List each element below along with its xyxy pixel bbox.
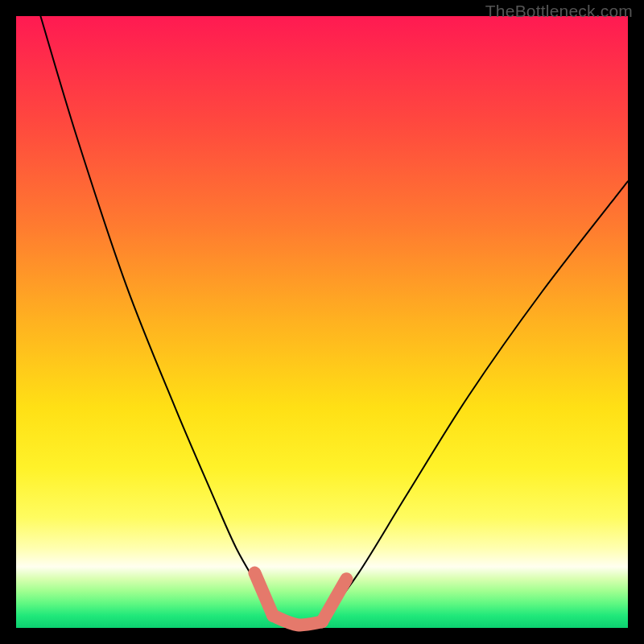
watermark-text: TheBottleneck.com bbox=[485, 2, 633, 21]
curve-left-branch bbox=[40, 16, 273, 616]
chart-svg bbox=[16, 16, 628, 628]
overlay-floor bbox=[273, 616, 322, 625]
overlay-left-tip bbox=[254, 573, 273, 616]
overlay-right-tip bbox=[322, 579, 346, 621]
curve-right-branch bbox=[322, 181, 628, 621]
chart-frame: TheBottleneck.com bbox=[0, 0, 644, 644]
